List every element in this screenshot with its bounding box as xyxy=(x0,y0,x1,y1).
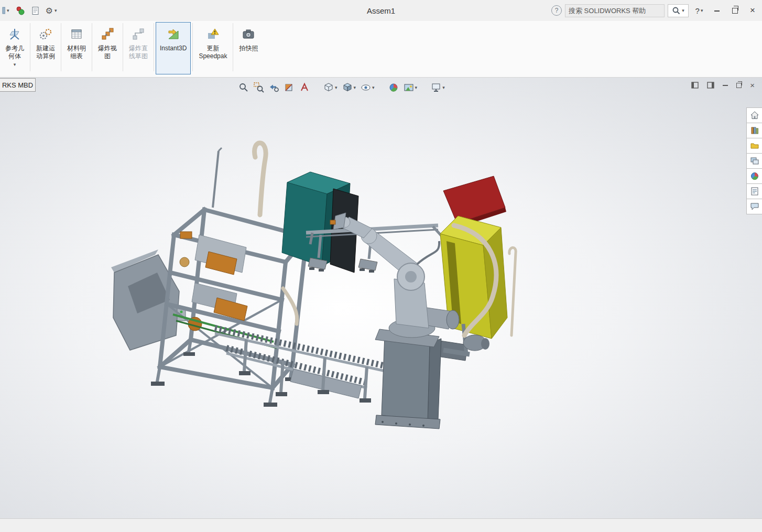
document-restore-icon[interactable] xyxy=(736,83,742,88)
exploded-view-icon xyxy=(101,26,114,42)
chevron-down-icon: ▾ xyxy=(415,85,418,90)
ribbon-button-label: 何体 xyxy=(8,52,21,60)
tab-view-palette[interactable] xyxy=(746,153,762,169)
help-circle-icon[interactable]: ? xyxy=(551,5,562,16)
help-label: ? xyxy=(695,6,700,15)
help-button[interactable]: ? ▾ xyxy=(692,3,706,18)
section-view-button[interactable] xyxy=(284,82,295,93)
edit-appearance-button[interactable] xyxy=(388,82,399,93)
display-style-button[interactable]: ▾ xyxy=(342,82,356,93)
tab-file-explorer[interactable] xyxy=(746,138,762,154)
document-close-icon[interactable]: × xyxy=(750,81,755,89)
hide-show-items-button[interactable]: ▾ xyxy=(361,82,375,93)
ribbon-button-label: 爆炸直 xyxy=(129,45,148,52)
explode-line-sketch-icon xyxy=(132,26,145,42)
gear-icon: ⚙ xyxy=(46,6,53,16)
task-pane-strip xyxy=(746,107,762,214)
ribbon-button-instant3d[interactable]: Instant3D xyxy=(156,22,191,74)
snapshot-camera-icon xyxy=(242,26,255,42)
ribbon-separator xyxy=(92,23,92,71)
ribbon-separator xyxy=(30,23,30,71)
ribbon-separator xyxy=(123,23,123,71)
model-antenna xyxy=(213,148,222,208)
solidworks-window: ▾ ⚙ ▾ Assem1 xyxy=(0,0,762,532)
tab-solidworks-mbd[interactable]: RKS MBD xyxy=(0,78,36,92)
rebuild-traffic-light-icon xyxy=(16,6,25,15)
search-button[interactable]: ▾ xyxy=(668,4,689,17)
annotation-view-icon xyxy=(299,82,310,93)
ribbon-button-label: Instant3D xyxy=(160,45,187,52)
options-button[interactable]: ⚙ ▾ xyxy=(46,6,57,16)
chevron-down-icon: ▾ xyxy=(701,8,703,13)
chevron-down-icon: ▾ xyxy=(682,8,684,13)
3d-assembly-model xyxy=(0,78,762,519)
monitor-icon xyxy=(431,82,441,93)
title-bar: ▾ ⚙ ▾ Assem1 xyxy=(0,0,762,21)
view-settings-button[interactable]: ▾ xyxy=(431,82,445,93)
annotation-view-button[interactable] xyxy=(299,82,310,93)
chevron-down-icon: ▾ xyxy=(335,85,338,90)
section-view-icon xyxy=(284,82,295,93)
view-orientation-button[interactable]: ▾ xyxy=(323,82,338,93)
search-input[interactable] xyxy=(565,5,670,17)
close-icon: × xyxy=(750,5,755,16)
zoom-to-fit-button[interactable] xyxy=(238,82,249,93)
restore-icon xyxy=(732,8,738,14)
minimize-button[interactable] xyxy=(710,3,724,18)
motion-study-icon xyxy=(39,26,52,42)
ribbon-button-bill-of-materials[interactable]: 材料明 细表 xyxy=(63,22,90,74)
rebuild-button[interactable] xyxy=(16,6,25,15)
panel-right-icon[interactable] xyxy=(707,82,714,89)
previous-view-button[interactable] xyxy=(269,82,279,93)
ribbon-button-update-speedpak[interactable]: 更新 Speedpak xyxy=(194,22,231,74)
apply-scene-button[interactable]: ▾ xyxy=(404,82,418,93)
file-properties-button[interactable] xyxy=(31,6,39,15)
ribbon-button-new-motion-study[interactable]: 新建运 动算例 xyxy=(32,22,59,74)
ribbon-button-label: 动算例 xyxy=(36,52,55,60)
chevron-down-icon: ▾ xyxy=(372,85,375,90)
ribbon-separator xyxy=(192,23,193,71)
forum-bubble-icon xyxy=(750,202,759,211)
zoom-to-area-button[interactable] xyxy=(254,82,264,93)
ribbon-button-exploded-view[interactable]: 爆炸视 图 xyxy=(94,22,121,74)
apply-scene-icon xyxy=(404,82,414,93)
ribbon-button-take-snapshot[interactable]: 拍快照 xyxy=(235,22,262,74)
chevron-down-icon: ▾ xyxy=(55,8,57,13)
folder-icon xyxy=(750,141,759,150)
search-icon xyxy=(672,6,680,15)
restore-button[interactable] xyxy=(727,3,742,18)
model-left-bin xyxy=(111,249,189,350)
graphics-viewport[interactable] xyxy=(0,78,762,519)
tab-solidworks-forum[interactable] xyxy=(746,199,762,214)
ribbon-button-label: 爆炸视 xyxy=(98,45,117,52)
panel-left-icon[interactable] xyxy=(691,82,699,89)
chevron-down-icon: ▾ xyxy=(354,85,356,90)
model-red-panel xyxy=(443,176,506,227)
ribbon-separator xyxy=(61,23,61,71)
ribbon-button-label: 更新 xyxy=(206,45,219,52)
tab-custom-properties[interactable] xyxy=(746,183,762,199)
ribbon-button-label: 新建运 xyxy=(36,45,55,52)
view-palette-icon xyxy=(750,156,759,166)
custom-properties-icon xyxy=(750,187,759,196)
tab-design-library[interactable] xyxy=(746,123,762,138)
document-minimize-icon[interactable] xyxy=(723,84,728,86)
quick-access-toolbar: ▾ ⚙ ▾ xyxy=(1,0,57,21)
quick-access-overflow[interactable]: ▾ xyxy=(1,6,9,15)
document-window-controls: × xyxy=(691,81,755,89)
appearances-ball-icon xyxy=(750,171,759,181)
instant3d-icon xyxy=(167,26,180,42)
previous-view-icon xyxy=(269,82,279,93)
ribbon-button-reference-geometry[interactable]: 参考几 何体 ▾ xyxy=(1,22,28,74)
search-box[interactable] xyxy=(565,4,665,17)
home-icon xyxy=(750,111,759,120)
close-button[interactable]: × xyxy=(745,3,760,18)
chevron-down-icon: ▾ xyxy=(442,85,445,90)
tab-appearances-scenes[interactable] xyxy=(746,168,762,184)
titlebar-right-cluster: ? ▾ ? ▾ × xyxy=(551,0,760,21)
display-style-icon xyxy=(342,82,353,93)
update-speedpak-icon xyxy=(206,26,220,42)
minimize-icon xyxy=(714,10,720,12)
tab-solidworks-resources[interactable] xyxy=(746,107,762,123)
view-orientation-icon xyxy=(323,82,334,93)
